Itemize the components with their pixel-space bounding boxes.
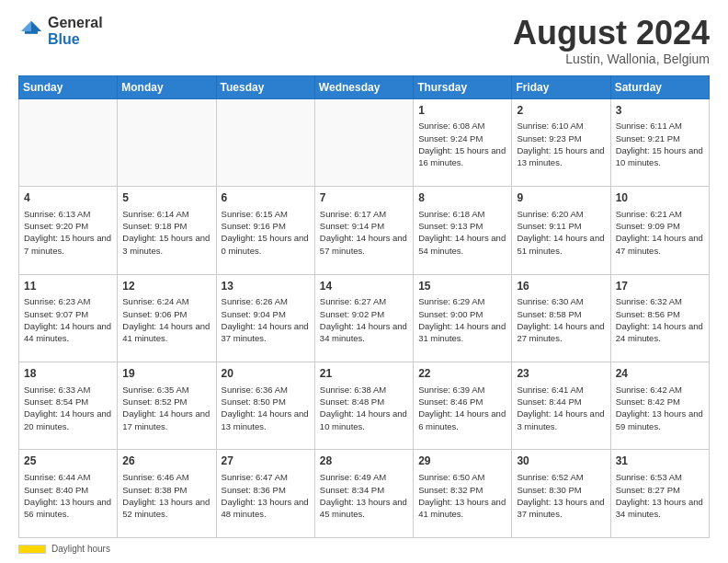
day-number: 14 <box>320 279 408 294</box>
daylight-text: Daylight: 14 hours and 54 minutes. <box>418 233 506 255</box>
day-number: 3 <box>616 103 704 119</box>
logo-blue-text: Blue <box>48 31 103 48</box>
day-number: 21 <box>320 366 408 382</box>
day-number: 11 <box>24 279 112 294</box>
calendar-header-row: SundayMondayTuesdayWednesdayThursdayFrid… <box>19 75 710 98</box>
calendar-cell: 9Sunrise: 6:20 AMSunset: 9:11 PMDaylight… <box>512 187 610 274</box>
daylight-text: Daylight: 13 hours and 48 minutes. <box>222 497 309 519</box>
calendar-week-4: 18Sunrise: 6:33 AMSunset: 8:54 PMDayligh… <box>19 362 710 450</box>
calendar-cell: 21Sunrise: 6:38 AMSunset: 8:48 PMDayligh… <box>314 362 413 450</box>
sunrise-text: Sunrise: 6:52 AM <box>517 472 583 482</box>
sunrise-text: Sunrise: 6:08 AM <box>418 121 484 131</box>
daylight-text: Daylight: 15 hours and 0 minutes. <box>222 233 309 255</box>
daylight-text: Daylight: 15 hours and 13 minutes. <box>517 145 604 167</box>
daylight-text: Daylight: 14 hours and 27 minutes. <box>517 321 604 343</box>
sunrise-text: Sunrise: 6:38 AM <box>320 385 386 395</box>
sunset-text: Sunset: 8:44 PM <box>517 396 581 407</box>
day-number: 26 <box>122 454 210 469</box>
sunset-text: Sunset: 9:11 PM <box>517 221 581 231</box>
sunset-text: Sunset: 8:56 PM <box>616 309 680 319</box>
daylight-text: Daylight: 13 hours and 37 minutes. <box>517 497 604 519</box>
day-number: 28 <box>320 454 408 469</box>
sunrise-text: Sunrise: 6:47 AM <box>222 472 288 482</box>
daylight-text: Daylight: 14 hours and 31 minutes. <box>418 321 506 343</box>
calendar-cell: 1Sunrise: 6:08 AMSunset: 9:24 PMDaylight… <box>414 98 512 186</box>
day-number: 19 <box>122 366 210 382</box>
svg-marker-1 <box>21 20 31 30</box>
sunset-text: Sunset: 9:21 PM <box>616 133 680 144</box>
sunset-text: Sunset: 9:14 PM <box>320 221 384 231</box>
calendar-cell: 26Sunrise: 6:46 AMSunset: 8:38 PMDayligh… <box>118 450 216 538</box>
daylight-text: Daylight: 14 hours and 51 minutes. <box>517 233 604 255</box>
sunrise-text: Sunrise: 6:11 AM <box>616 121 682 131</box>
calendar-cell: 19Sunrise: 6:35 AMSunset: 8:52 PMDayligh… <box>118 362 216 450</box>
sunset-text: Sunset: 9:00 PM <box>418 309 483 319</box>
day-number: 7 <box>320 190 408 206</box>
logo-text: General Blue <box>48 15 103 47</box>
daylight-text: Daylight: 15 hours and 3 minutes. <box>122 233 210 255</box>
calendar-cell: 11Sunrise: 6:23 AMSunset: 9:07 PMDayligh… <box>19 274 118 362</box>
daylight-text: Daylight: 14 hours and 44 minutes. <box>24 321 111 343</box>
month-year-title: August 2024 <box>513 15 710 52</box>
calendar-cell <box>216 98 314 186</box>
day-number: 9 <box>517 190 605 206</box>
sunset-text: Sunset: 9:13 PM <box>418 221 483 231</box>
sunrise-text: Sunrise: 6:24 AM <box>122 296 188 306</box>
daylight-label: Daylight hours <box>51 544 110 554</box>
day-number: 27 <box>222 454 310 469</box>
calendar-cell: 10Sunrise: 6:21 AMSunset: 9:09 PMDayligh… <box>610 187 709 274</box>
calendar-cell: 15Sunrise: 6:29 AMSunset: 9:00 PMDayligh… <box>414 274 512 362</box>
day-number: 13 <box>222 279 310 294</box>
sunset-text: Sunset: 8:32 PM <box>418 485 483 495</box>
day-number: 22 <box>418 366 506 382</box>
calendar-week-5: 25Sunrise: 6:44 AMSunset: 8:40 PMDayligh… <box>19 450 710 538</box>
daylight-text: Daylight: 13 hours and 45 minutes. <box>320 497 407 519</box>
calendar-cell: 16Sunrise: 6:30 AMSunset: 8:58 PMDayligh… <box>512 274 610 362</box>
calendar-cell: 30Sunrise: 6:52 AMSunset: 8:30 PMDayligh… <box>512 450 610 538</box>
day-number: 29 <box>418 454 506 469</box>
sunset-text: Sunset: 8:34 PM <box>320 485 384 495</box>
calendar-cell <box>118 98 216 186</box>
sunset-text: Sunset: 8:52 PM <box>122 396 187 407</box>
calendar-cell: 7Sunrise: 6:17 AMSunset: 9:14 PMDaylight… <box>314 187 413 274</box>
day-number: 20 <box>222 366 310 382</box>
sunrise-text: Sunrise: 6:41 AM <box>517 385 583 395</box>
calendar-cell: 3Sunrise: 6:11 AMSunset: 9:21 PMDaylight… <box>610 98 709 186</box>
daylight-text: Daylight: 14 hours and 41 minutes. <box>122 321 210 343</box>
footer: Daylight hours <box>18 544 710 554</box>
calendar-header-friday: Friday <box>512 75 610 98</box>
calendar-cell: 5Sunrise: 6:14 AMSunset: 9:18 PMDaylight… <box>118 187 216 274</box>
sunset-text: Sunset: 8:30 PM <box>517 485 581 495</box>
calendar-cell: 2Sunrise: 6:10 AMSunset: 9:23 PMDaylight… <box>512 98 610 186</box>
title-block: August 2024 Lustin, Wallonia, Belgium <box>513 15 710 66</box>
calendar-header-thursday: Thursday <box>414 75 512 98</box>
sunset-text: Sunset: 8:46 PM <box>418 396 483 407</box>
sunrise-text: Sunrise: 6:30 AM <box>517 296 583 306</box>
logo-general-text: General <box>48 15 103 31</box>
calendar-cell: 14Sunrise: 6:27 AMSunset: 9:02 PMDayligh… <box>314 274 413 362</box>
calendar-cell: 27Sunrise: 6:47 AMSunset: 8:36 PMDayligh… <box>216 450 314 538</box>
sunset-text: Sunset: 8:48 PM <box>320 396 384 407</box>
daylight-text: Daylight: 14 hours and 6 minutes. <box>418 408 506 431</box>
sunset-text: Sunset: 9:23 PM <box>517 133 581 144</box>
calendar-cell: 8Sunrise: 6:18 AMSunset: 9:13 PMDaylight… <box>414 187 512 274</box>
sunrise-text: Sunrise: 6:14 AM <box>122 209 188 219</box>
day-number: 6 <box>222 190 310 206</box>
calendar-cell: 22Sunrise: 6:39 AMSunset: 8:46 PMDayligh… <box>414 362 512 450</box>
day-number: 8 <box>418 190 506 206</box>
sunset-text: Sunset: 8:36 PM <box>222 485 286 495</box>
calendar-cell <box>19 98 118 186</box>
svg-marker-0 <box>31 20 41 30</box>
sunrise-text: Sunrise: 6:50 AM <box>418 472 484 482</box>
logo-icon <box>18 18 44 44</box>
daylight-text: Daylight: 14 hours and 24 minutes. <box>616 321 703 343</box>
daylight-text: Daylight: 15 hours and 16 minutes. <box>418 145 506 167</box>
calendar-week-1: 1Sunrise: 6:08 AMSunset: 9:24 PMDaylight… <box>19 98 710 186</box>
calendar-cell: 12Sunrise: 6:24 AMSunset: 9:06 PMDayligh… <box>118 274 216 362</box>
daylight-text: Daylight: 14 hours and 57 minutes. <box>320 233 407 255</box>
sunset-text: Sunset: 8:54 PM <box>24 396 88 407</box>
sunrise-text: Sunrise: 6:21 AM <box>616 209 682 219</box>
calendar-table: SundayMondayTuesdayWednesdayThursdayFrid… <box>18 75 710 538</box>
calendar-header-tuesday: Tuesday <box>216 75 314 98</box>
sunset-text: Sunset: 9:02 PM <box>320 309 384 319</box>
